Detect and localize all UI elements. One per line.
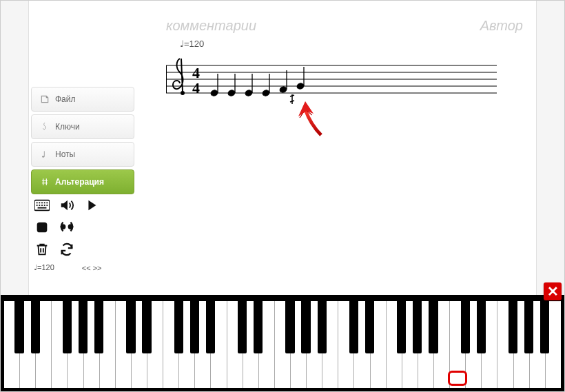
app-window: комментарии Автор Файл Ключи Ноты Альтер… [0, 0, 565, 392]
toolbar-row-1 [34, 197, 137, 214]
nav-arrows[interactable]: << >> [82, 264, 102, 272]
stop-icon[interactable] [34, 219, 50, 236]
svg-rect-8 [37, 205, 38, 206]
black-key[interactable] [254, 301, 263, 353]
black-key[interactable] [206, 301, 215, 353]
menu-item-alteration[interactable]: Альтерация [31, 169, 134, 194]
svg-rect-4 [39, 202, 40, 203]
black-key[interactable] [461, 301, 470, 353]
menu-item-notes[interactable]: Ноты [31, 142, 134, 167]
black-key[interactable] [190, 301, 199, 353]
black-key[interactable] [142, 301, 151, 353]
keyboard-icon[interactable] [34, 197, 50, 214]
menu-label: Альтерация [55, 177, 104, 187]
menu-label: Ключи [55, 122, 80, 132]
sound-icon[interactable] [59, 197, 75, 214]
black-key[interactable] [174, 301, 183, 353]
loop-icon[interactable] [59, 219, 75, 236]
svg-line-39 [290, 95, 294, 96]
white-key[interactable] [275, 301, 291, 388]
toolbar-row-4: ♩=120 << >> [34, 263, 137, 272]
black-key[interactable] [31, 301, 40, 353]
white-key[interactable] [116, 301, 132, 388]
svg-rect-1 [44, 151, 45, 156]
comments-placeholder[interactable]: комментарии [166, 18, 256, 34]
file-icon [40, 94, 50, 104]
toolbar-row-3 [34, 241, 137, 258]
black-key[interactable] [429, 301, 438, 353]
white-key[interactable] [4, 301, 20, 388]
header-labels: комментарии Автор [166, 18, 551, 34]
svg-text:4: 4 [192, 79, 200, 96]
svg-rect-10 [41, 205, 43, 206]
black-key[interactable] [238, 301, 247, 353]
menu-item-clefs[interactable]: Ключи [31, 114, 134, 139]
menu-label: Ноты [55, 149, 75, 159]
svg-rect-14 [37, 223, 48, 233]
svg-point-15 [61, 225, 65, 229]
white-key[interactable] [497, 301, 513, 388]
note-icon [40, 149, 50, 159]
play-icon[interactable] [83, 197, 100, 214]
trash-icon[interactable] [34, 241, 50, 258]
sidebar: Файл Ключи Ноты Альтерация [31, 87, 134, 197]
music-score[interactable]: ♩=120 4 4 [166, 39, 523, 107]
author-placeholder[interactable]: Автор [480, 18, 523, 34]
piano-keyboard: ✕ [1, 295, 564, 391]
black-key[interactable] [318, 301, 327, 353]
black-key[interactable] [413, 301, 422, 353]
svg-rect-11 [44, 205, 45, 206]
black-key[interactable] [349, 301, 358, 353]
svg-point-36 [296, 83, 305, 90]
svg-point-16 [69, 225, 73, 229]
black-key[interactable] [14, 301, 23, 353]
svg-rect-5 [41, 202, 43, 203]
black-key[interactable] [477, 301, 486, 353]
svg-point-28 [227, 90, 236, 97]
black-key[interactable] [365, 301, 374, 353]
svg-rect-12 [46, 205, 48, 206]
white-key[interactable] [450, 301, 466, 388]
svg-point-23 [181, 91, 185, 95]
white-key[interactable] [387, 301, 402, 388]
svg-point-34 [279, 86, 287, 94]
svg-rect-13 [38, 207, 47, 209]
black-key[interactable] [79, 301, 88, 353]
menu-label: Файл [55, 94, 76, 104]
tempo-indicator[interactable]: ♩=120 [34, 263, 54, 272]
black-key[interactable] [397, 301, 406, 353]
black-key[interactable] [524, 301, 533, 353]
treble-clef-icon [173, 59, 185, 95]
tempo-mark: ♩=120 [180, 39, 523, 49]
white-key[interactable] [338, 301, 354, 388]
piano-keys[interactable] [4, 301, 561, 388]
close-piano-button[interactable]: ✕ [544, 282, 562, 300]
clef-icon [40, 122, 50, 132]
input-cursor [290, 94, 294, 104]
black-key[interactable] [508, 301, 517, 353]
black-key[interactable] [94, 301, 103, 353]
svg-point-26 [210, 90, 218, 97]
staff[interactable]: 4 4 [166, 52, 497, 107]
white-key[interactable] [52, 301, 68, 388]
svg-point-32 [262, 90, 270, 97]
black-key[interactable] [285, 301, 294, 353]
refresh-icon[interactable] [59, 241, 75, 258]
svg-point-30 [245, 90, 253, 97]
svg-rect-6 [44, 202, 45, 203]
svg-rect-3 [37, 202, 38, 203]
white-key[interactable] [227, 301, 243, 388]
toolbar: ♩=120 << >> [34, 197, 137, 272]
black-key[interactable] [540, 301, 549, 353]
black-key[interactable] [301, 301, 310, 353]
svg-line-40 [290, 101, 294, 102]
toolbar-row-2 [34, 219, 137, 236]
white-key[interactable] [163, 301, 179, 388]
svg-rect-9 [39, 205, 40, 206]
sharp-icon [40, 177, 50, 187]
svg-rect-7 [46, 202, 48, 203]
black-key[interactable] [63, 301, 72, 353]
black-key[interactable] [126, 301, 135, 353]
menu-item-file[interactable]: Файл [31, 87, 134, 112]
